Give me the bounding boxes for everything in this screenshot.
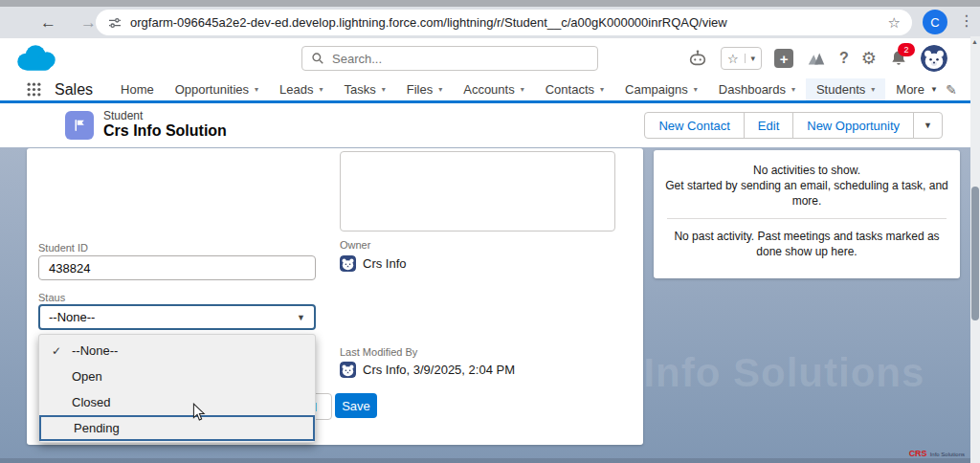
url-text[interactable]: orgfarm-096645a2e2-dev-ed.develop.lightn… [130,15,880,30]
no-activities-title: No activities to show. [654,163,960,178]
more-actions-caret-icon[interactable]: ▼ [913,112,943,139]
global-actions-icon[interactable]: + [774,49,793,68]
nav-item-students[interactable]: Students▾ [806,78,885,100]
owner-label: Owner [340,239,370,251]
mouse-cursor [192,403,207,427]
nav-item-home[interactable]: Home [110,78,165,100]
activity-panel: No activities to show. Get started by se… [654,150,960,278]
screen: ← → ⟳ orgfarm-096645a2e2-dev-ed.develop.… [0,0,980,463]
notifications-bell-icon[interactable]: 2 [889,49,908,68]
chevron-down-icon: ▾ [255,85,258,94]
notification-count-badge: 2 [898,43,915,56]
record-title: Crs Info Solution [103,122,227,140]
forward-icon[interactable]: → [80,13,97,33]
salesforce-logo [11,41,61,76]
browser-toolbar: ← → ⟳ orgfarm-096645a2e2-dev-ed.develop.… [0,7,980,38]
nav-item-contacts[interactable]: Contacts▾ [535,78,614,100]
description-textarea[interactable] [340,151,615,232]
activity-divider [667,218,947,219]
user-avatar[interactable] [921,45,947,72]
favorites-caret-icon[interactable]: ▾ [745,54,762,63]
status-label: Staus [38,292,65,303]
save-button[interactable]: Save [335,393,377,418]
browser-menu-icon[interactable]: ⋮ [959,11,974,30]
crs-suffix-text: Info Solutions [930,452,965,457]
site-info-icon[interactable] [107,15,122,31]
last-modified-avatar [340,362,356,378]
chevron-down-icon: ▾ [521,85,524,94]
search-icon [311,52,324,65]
chevron-down-icon: ▼ [930,85,938,94]
status-option-pending[interactable]: Pending [39,415,315,441]
chevron-down-icon: ▾ [600,85,604,94]
chevron-down-icon: ▾ [319,85,323,94]
chevron-down-icon: ▾ [871,85,875,94]
record-header: Student Crs Info Solution New Contact Ed… [0,103,980,147]
browser-tab-strip [0,0,980,7]
owner-value-row: Crs Info [340,255,407,272]
owner-value[interactable]: Crs Info [363,256,407,271]
nav-item-opportunities[interactable]: Opportunities▾ [165,78,269,100]
search-input[interactable] [330,51,597,67]
student-object-flag-icon [65,111,94,140]
nav-item-leads[interactable]: Leads▾ [269,78,333,100]
crs-brand-text: CRS [909,449,927,458]
new-opportunity-button[interactable]: New Opportunity [792,112,914,139]
salesforce-header: ☆ ▾ + ? ⚙ 2 [0,38,980,78]
app-navigation-bar: Sales Home Opportunities▾ Leads▾ Tasks▾ … [0,78,980,103]
favorites-group[interactable]: ☆ ▾ [721,47,762,70]
global-search[interactable] [301,46,598,71]
nav-item-dashboards[interactable]: Dashboards▾ [708,78,806,100]
nav-item-accounts[interactable]: Accounts▾ [453,78,535,100]
chevron-down-icon: ▾ [382,85,386,94]
app-name[interactable]: Sales [55,81,93,99]
record-entity-label: Student [103,109,143,122]
status-combobox[interactable]: --None-- ▼ [38,304,316,330]
status-dropdown-menu: ✓ --None-- Open Closed Pending [38,334,316,443]
nav-item-files[interactable]: Files▾ [396,78,453,100]
status-option-none[interactable]: ✓ --None-- [39,338,315,364]
last-modified-row: Crs Info, 3/9/2025, 2:04 PM [340,362,515,378]
record-edit-card: Student ID Owner Crs Info Staus --None--… [27,148,643,445]
no-activities-subtitle: Get started by sending an email, schedul… [654,178,960,209]
combobox-caret-icon: ▼ [297,313,305,322]
setup-gear-icon[interactable]: ⚙ [861,48,877,69]
bookmark-star-icon[interactable]: ☆ [888,14,901,32]
browser-profile-avatar[interactable]: C [923,10,947,34]
owner-avatar [340,255,356,272]
scrollbar-thumb[interactable] [971,187,979,320]
nav-item-tasks[interactable]: Tasks▾ [334,78,396,100]
help-icon[interactable]: ? [839,50,849,67]
student-id-label: Student ID [38,242,88,254]
last-modified-label: Last Modified By [340,346,417,358]
chevron-down-icon: ▾ [791,85,795,94]
app-launcher-icon[interactable] [27,82,41,97]
nav-item-campaigns[interactable]: Campaigns▾ [614,78,708,100]
status-option-open[interactable]: Open [39,364,315,389]
status-selected-value: --None-- [49,310,297,324]
einstein-bot-icon[interactable] [687,48,708,69]
new-contact-button[interactable]: New Contact [644,112,744,139]
scrollbar-up-icon[interactable]: ▲ [971,38,978,45]
nav-item-more[interactable]: More▼ [885,78,948,100]
status-option-closed[interactable]: Closed [39,389,315,415]
chevron-down-icon: ▾ [438,85,442,94]
favorite-star-icon[interactable]: ☆ [722,52,745,66]
address-bar[interactable]: orgfarm-096645a2e2-dev-ed.develop.lightn… [96,10,912,35]
no-past-activity-text: No past activity. Past meetings and task… [654,229,960,259]
page-scrollbar[interactable]: ▲ [970,36,980,463]
edit-button[interactable]: Edit [744,112,793,139]
back-icon[interactable]: ← [40,13,56,33]
last-modified-value: Crs Info, 3/9/2025, 2:04 PM [363,363,515,377]
chevron-down-icon: ▾ [694,85,698,94]
edit-nav-pencil-icon[interactable]: ✎ [946,82,957,98]
crs-footer-logo: CRS Info Solutions [909,449,965,458]
check-icon: ✓ [52,344,61,358]
student-id-input[interactable] [38,255,316,280]
trailhead-icon[interactable] [806,48,827,69]
main-content: CRS Info Solutions Student ID Owner Crs … [0,147,980,463]
record-action-buttons: New Contact Edit New Opportunity ▼ [644,112,943,139]
